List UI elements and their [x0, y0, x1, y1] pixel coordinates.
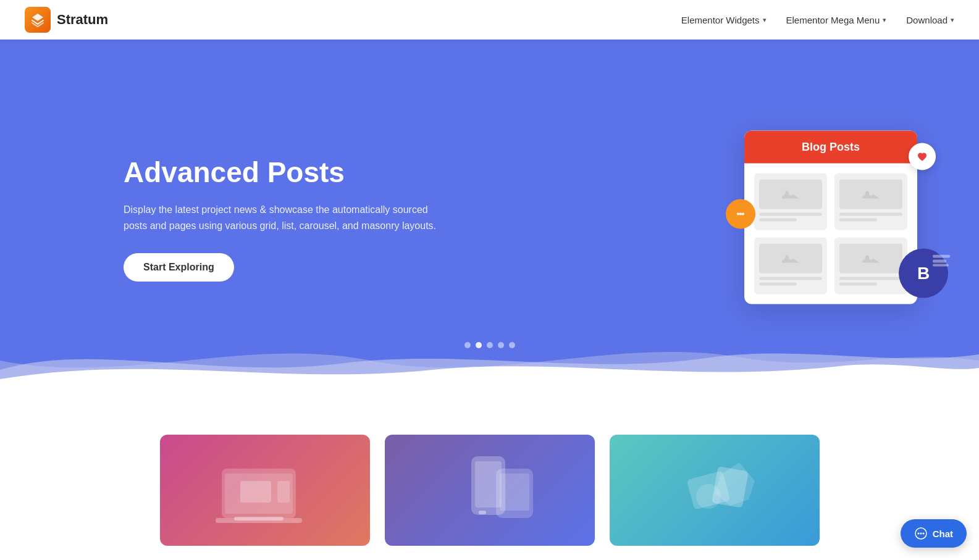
svg-point-1: [739, 212, 742, 215]
carousel-dots: [464, 342, 515, 348]
nav-elementor-widgets-label: Elementor Widgets: [681, 15, 760, 25]
svg-rect-18: [240, 481, 271, 503]
chat-widget-icon: [914, 527, 928, 540]
text-line: [759, 277, 822, 280]
svg-rect-12: [933, 260, 946, 263]
svg-point-32: [922, 533, 924, 535]
svg-rect-13: [933, 264, 949, 267]
chevron-down-icon: ▾: [951, 16, 954, 24]
card-2[interactable]: [385, 435, 595, 546]
blog-posts-card: Blog Posts: [744, 131, 917, 304]
card-3-illustration: [610, 435, 820, 546]
image-placeholder: [759, 244, 822, 274]
hero-illustration: Blog Posts: [744, 131, 917, 307]
nav-elementor-widgets[interactable]: Elementor Widgets ▾: [681, 15, 767, 25]
nav-elementor-mega-menu-label: Elementor Mega Menu: [786, 15, 880, 25]
card-1-illustration: [160, 435, 370, 546]
svg-point-31: [920, 533, 922, 535]
header: Stratum Elementor Widgets ▾ Elementor Me…: [0, 0, 979, 40]
text-line: [759, 213, 822, 216]
chat-bubble-icon: [726, 199, 755, 228]
svg-point-2: [742, 212, 744, 215]
wave-decoration: [0, 324, 979, 398]
carousel-dot[interactable]: [487, 342, 493, 348]
card-2-illustration: [385, 435, 595, 546]
chat-widget-label: Chat: [933, 529, 953, 539]
cards-section: [0, 398, 979, 560]
blog-card-title: Blog Posts: [802, 141, 860, 153]
blog-post-item: [834, 173, 907, 230]
b-bubble-icon: B: [899, 249, 948, 298]
logo-text: Stratum: [57, 12, 108, 28]
blog-card-body: [744, 164, 917, 304]
hero-description: Display the latest project news & showca…: [124, 202, 445, 233]
heart-bubble-icon: [909, 143, 936, 170]
hero-content: Advanced Posts Display the latest projec…: [0, 119, 445, 319]
blog-post-item: [754, 173, 827, 230]
text-line: [839, 277, 902, 280]
blog-post-item: [754, 238, 827, 295]
card-3[interactable]: [610, 435, 820, 546]
image-placeholder: [759, 180, 822, 209]
text-line-short: [759, 219, 797, 222]
chat-widget[interactable]: Chat: [901, 519, 967, 548]
chevron-down-icon: ▾: [883, 16, 886, 24]
nav: Elementor Widgets ▾ Elementor Mega Menu …: [681, 15, 954, 25]
chevron-down-icon: ▾: [763, 16, 767, 24]
image-placeholder: [839, 244, 902, 274]
text-line-short: [839, 283, 877, 286]
svg-rect-19: [277, 481, 290, 503]
carousel-dot[interactable]: [464, 342, 471, 348]
logo-icon: [25, 7, 51, 33]
blog-post-item: [834, 238, 907, 295]
svg-rect-22: [479, 511, 486, 514]
card-1[interactable]: [160, 435, 370, 546]
carousel-dot[interactable]: [498, 342, 504, 348]
carousel-dot[interactable]: [509, 342, 515, 348]
carousel-dot-active[interactable]: [476, 342, 482, 348]
blog-card-header: Blog Posts: [744, 131, 917, 164]
text-line-short: [759, 283, 797, 286]
nav-download-label: Download: [906, 15, 947, 25]
logo[interactable]: Stratum: [25, 7, 108, 33]
svg-rect-24: [500, 474, 529, 511]
start-exploring-button[interactable]: Start Exploring: [124, 253, 234, 282]
svg-point-30: [917, 533, 919, 535]
nav-download[interactable]: Download ▾: [906, 15, 954, 25]
svg-rect-17: [234, 517, 284, 520]
b-text: B: [917, 265, 930, 282]
image-placeholder: [839, 180, 902, 209]
nav-elementor-mega-menu[interactable]: Elementor Mega Menu ▾: [786, 15, 887, 25]
text-line-short: [839, 219, 877, 222]
hero-title: Advanced Posts: [124, 156, 445, 190]
hero-section: Advanced Posts Display the latest projec…: [0, 40, 979, 398]
text-line: [839, 213, 902, 216]
svg-point-0: [737, 212, 739, 215]
svg-rect-11: [933, 255, 950, 258]
